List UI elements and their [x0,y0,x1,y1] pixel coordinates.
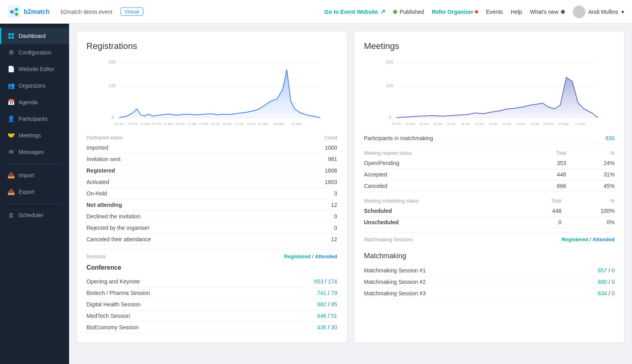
session-label: Digital Health Session [86,299,270,310]
row-label: Invitation sent [86,154,296,165]
refer-organizer-link[interactable]: Refer Organizer [432,9,478,15]
events-link[interactable]: Events [486,9,503,15]
table-row: Not attending 12 [86,199,337,211]
virtual-badge[interactable]: Virtual [120,8,144,16]
sidebar-item-agenda[interactable]: 📅 Agenda [0,94,69,111]
sidebar-item-messages[interactable]: ✉ Messages [0,144,69,160]
table-row: Matchmaking Session #1 657 / 0 [364,265,615,276]
svg-text:01 May: 01 May [258,122,268,126]
session-label: Matchmaking Session #1 [364,265,561,276]
matchmaking-registered-label: Registered [562,236,588,242]
table-row: Open/Pending 353 24% [364,158,615,169]
sidebar-label-organizers: Organizers [19,83,45,89]
go-to-event-link[interactable]: Go to Event Website ↗ [324,8,386,15]
sidebar-item-participants[interactable]: 👤 Participants [0,111,69,127]
meeting-request-table: Meeting request status Total % Open/Pend… [364,149,615,192]
total-col: Total [509,197,577,205]
svg-text:07 May: 07 May [558,122,568,126]
user-name: Andi Mullins [589,9,618,15]
row-label: Canceled their attendance [86,234,296,245]
sidebar-label-scheduler: Scheduler [19,212,43,218]
row-label: Unscheduled [364,217,509,228]
svg-text:15 May: 15 May [291,122,302,126]
session-values: 646 / 51 [270,310,337,322]
user-menu[interactable]: Andi Mullins ▾ [573,6,624,18]
attended-label: Attended [315,253,337,259]
dashboard-icon [8,32,15,39]
session-label: MedTech Session [86,310,270,322]
row-label: On-Hold [86,188,296,199]
registered-attended-header: Registered / Attended [284,253,337,259]
svg-text:11 May: 11 May [575,122,585,126]
main-content: Registrations 200 100 0 [69,24,632,364]
matchmaking-participants-row: Participants in matchmaking 830 [364,133,615,144]
logo[interactable]: b2match [8,6,50,18]
sidebar-item-export[interactable]: 📤 Export [0,184,69,200]
nav-center: Go to Event Website ↗ Published Refer Or… [324,6,624,18]
table-row: Matchmaking Session #3 634 / 0 [364,288,615,299]
registrations-card: Registrations 200 100 0 [77,32,347,343]
svg-text:28 Mar: 28 Mar [433,122,443,126]
row-total: 448 [509,205,577,217]
scheduler-icon: 🗓 [8,212,15,219]
session-label: Biotech / Pharma Session [86,287,270,299]
row-value: 0 [296,211,337,222]
table-row: Invitation sent 981 [86,154,337,165]
svg-text:01 Apr: 01 Apr [447,122,456,126]
whats-new-link[interactable]: What's new [530,9,565,15]
session-label: BioEconomy Session [86,322,270,333]
row-label: Imported [86,142,296,154]
whats-new-dot [561,10,565,14]
sidebar-item-import[interactable]: 📥 Import [0,167,69,184]
sessions-header: Sessions Registered / Attended [86,249,337,261]
matchmaking-sessions-label: Matchmaking Sessions [364,237,413,242]
svg-text:17 Mar: 17 Mar [187,122,197,126]
chevron-down-icon: ▾ [621,9,624,15]
svg-text:08 May: 08 May [274,122,284,126]
matchmaking-title: Matchmaking [364,252,615,260]
scheduling-header: Meeting scheduling status [364,197,509,205]
session-values: 741 / 79 [270,287,337,299]
session-values: 657 / 0 [561,265,615,276]
svg-text:12 Apr: 12 Apr [475,122,484,126]
session-label: Opening and Keynote [86,276,270,287]
table-row: Matchmaking Session #2 690 / 0 [364,276,615,288]
participant-status-table: Participant status Count Imported 1000 I… [86,133,337,245]
dashboard-grid: Registrations 200 100 0 [77,32,624,343]
row-label: Rejected by the organiser [86,222,296,234]
svg-text:01 Apr: 01 Apr [211,122,220,126]
matchmaking-participants-label: Participants in matchmaking [364,135,433,141]
sidebar-item-configuration[interactable]: ⚙ Configuration [0,44,69,61]
svg-rect-8 [8,36,11,39]
row-label: Registered [86,165,296,176]
sidebar-item-dashboard[interactable]: Dashboard [0,28,69,44]
svg-text:25 Apr: 25 Apr [516,122,525,126]
row-value: 12 [296,234,337,245]
top-navigation: b2match b2match demo event Virtual Go to… [0,0,632,24]
row-total: 448 [506,169,582,180]
sidebar-label-dashboard: Dashboard [19,33,46,39]
participant-status-header: Participant status [86,133,296,142]
table-row: Registered 1606 [86,165,337,176]
sidebar-item-scheduler[interactable]: 🗓 Scheduler [0,207,69,223]
sidebar-item-meetings[interactable]: 🤝 Meetings [0,127,69,144]
total-header: Total [506,149,582,158]
sidebar-item-organizers[interactable]: 👥 Organizers [0,77,69,94]
row-label: Open/Pending [364,158,506,169]
row-percent: 100% [577,205,615,217]
agenda-icon: 📅 [8,99,15,106]
table-row: Canceled their attendance 12 [86,234,337,245]
logo-text: b2match [24,8,50,15]
sidebar-divider-2 [6,203,63,204]
session-values: 682 / 85 [270,299,337,310]
svg-text:200: 200 [109,60,116,64]
svg-text:17 Apr: 17 Apr [235,122,244,126]
table-row: BioEconomy Session 436 / 30 [86,322,337,333]
svg-text:09 Apr: 09 Apr [223,122,232,126]
matchmaking-attended-label: Attended [593,236,615,242]
row-label: Canceled [364,180,506,192]
sidebar-item-website-editor[interactable]: 📄 Website Editor [0,61,69,77]
help-link[interactable]: Help [511,9,522,15]
import-icon: 📥 [8,172,15,179]
row-label: Declined the invitation [86,211,296,222]
